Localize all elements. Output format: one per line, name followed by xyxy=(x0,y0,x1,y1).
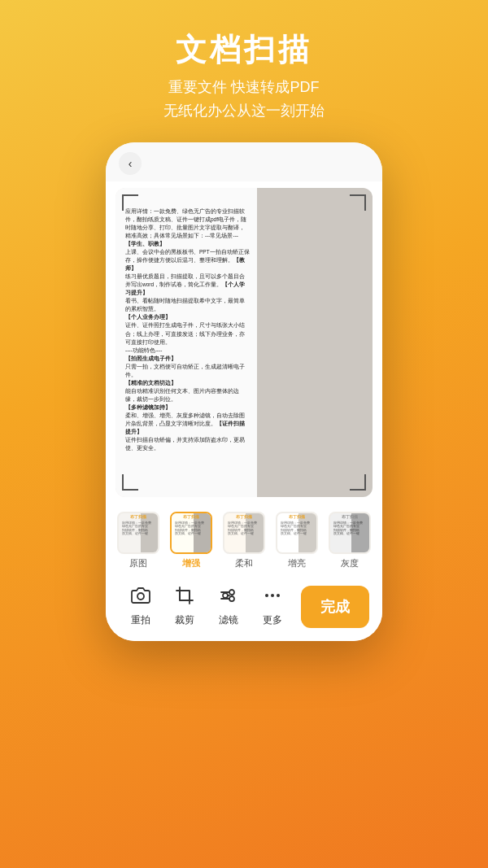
document-gray-overlay xyxy=(257,188,373,497)
more-icon xyxy=(263,586,282,610)
filter-gray-label: 灰度 xyxy=(341,557,359,569)
filter-soft-thumb: 布丁扫描 应用详情：一款免费绿色无广告的专业扫描软件，翻拍纸质文稿、证件一键 xyxy=(223,512,265,554)
svg-point-10 xyxy=(277,594,280,597)
crop-label: 裁剪 xyxy=(175,613,194,627)
filter-original-thumb: 布丁扫描 应用详情：一款免费绿色无广告的专业扫描软件，翻拍纸质文稿、证件一键 xyxy=(117,512,159,554)
more-action[interactable]: 更多 xyxy=(251,586,294,627)
action-bar: 重拍 裁剪 xyxy=(106,576,382,641)
filter-label-text: 滤镜 xyxy=(219,613,238,627)
camera-icon xyxy=(131,586,150,610)
retake-label: 重拍 xyxy=(131,613,150,627)
phone-topbar: ‹ xyxy=(106,142,382,181)
filter-icon xyxy=(219,586,238,610)
subtitle-line2: 无纸化办公从这一刻开始 xyxy=(163,103,325,119)
svg-point-9 xyxy=(271,594,274,597)
more-label: 更多 xyxy=(263,613,282,627)
filter-gray-thumb: 布丁扫描 应用详情：一款免费绿色无广告的专业扫描软件，翻拍纸质文稿、证件一键 xyxy=(329,512,371,554)
corner-br xyxy=(350,474,366,491)
filter-soft[interactable]: 布丁扫描 应用详情：一款免费绿色无广告的专业扫描软件，翻拍纸质文稿、证件一键 柔… xyxy=(223,512,265,569)
filter-gray[interactable]: 布丁扫描 应用详情：一款免费绿色无广告的专业扫描软件，翻拍纸质文稿、证件一键 灰… xyxy=(329,512,371,569)
svg-point-0 xyxy=(137,593,144,600)
crop-action[interactable]: 裁剪 xyxy=(163,586,207,627)
filter-enhanced-label: 增强 xyxy=(182,557,200,569)
filter-bright[interactable]: 布丁扫描 应用详情：一款免费绿色无广告的专业扫描软件，翻拍纸质文稿、证件一键 增… xyxy=(276,512,318,569)
header-subtitle: 重要文件 快速转成PDF 无纸化办公从这一刻开始 xyxy=(16,76,472,123)
document-text-area: 应用详情：一款免费、绿色无广告的专业扫描软件，翻拍纸质文稿、证件一键打成pdf电… xyxy=(115,188,257,497)
corner-bl xyxy=(122,474,138,491)
document-content: 应用详情：一款免费、绿色无广告的专业扫描软件，翻拍纸质文稿、证件一键打成pdf电… xyxy=(115,188,373,497)
retake-action[interactable]: 重拍 xyxy=(119,586,163,627)
filter-action[interactable]: 滤镜 xyxy=(207,586,251,627)
complete-button[interactable]: 完成 xyxy=(301,586,369,628)
back-button[interactable]: ‹ xyxy=(119,152,142,175)
phone-mockup: ‹ 应用详情：一款免费、绿色无广告的专业扫描软件，翻拍纸质文稿、证件一键打成pd… xyxy=(0,142,488,641)
svg-rect-1 xyxy=(180,591,190,600)
scan-preview-area: 应用详情：一款免费、绿色无广告的专业扫描软件，翻拍纸质文稿、证件一键打成pdf电… xyxy=(115,188,373,497)
crop-icon xyxy=(175,586,194,610)
filter-original[interactable]: 布丁扫描 应用详情：一款免费绿色无广告的专业扫描软件，翻拍纸质文稿、证件一键 原… xyxy=(117,512,159,569)
filter-bright-label: 增亮 xyxy=(288,557,306,569)
filter-enhanced[interactable]: 布丁扫描 应用详情：一款免费绿色无广告的专业扫描软件，翻拍纸质文稿、证件一键 增… xyxy=(170,512,212,569)
app-header: 文档扫描 重要文件 快速转成PDF 无纸化办公从这一刻开始 xyxy=(0,0,488,142)
filter-original-label: 原图 xyxy=(129,557,147,569)
corner-tr xyxy=(350,194,366,211)
filters-row: 布丁扫描 应用详情：一款免费绿色无广告的专业扫描软件，翻拍纸质文稿、证件一键 原… xyxy=(106,504,382,576)
corner-tl xyxy=(122,194,138,211)
filter-soft-label: 柔和 xyxy=(235,557,253,569)
filter-bright-thumb: 布丁扫描 应用详情：一款免费绿色无广告的专业扫描软件，翻拍纸质文稿、证件一键 xyxy=(276,512,318,554)
subtitle-line1: 重要文件 快速转成PDF xyxy=(168,79,319,95)
app-title: 文档扫描 xyxy=(16,29,472,71)
filter-enhanced-thumb: 布丁扫描 应用详情：一款免费绿色无广告的专业扫描软件，翻拍纸质文稿、证件一键 xyxy=(170,512,212,554)
phone-body: ‹ 应用详情：一款免费、绿色无广告的专业扫描软件，翻拍纸质文稿、证件一键打成pd… xyxy=(106,142,382,641)
svg-point-8 xyxy=(265,594,268,597)
